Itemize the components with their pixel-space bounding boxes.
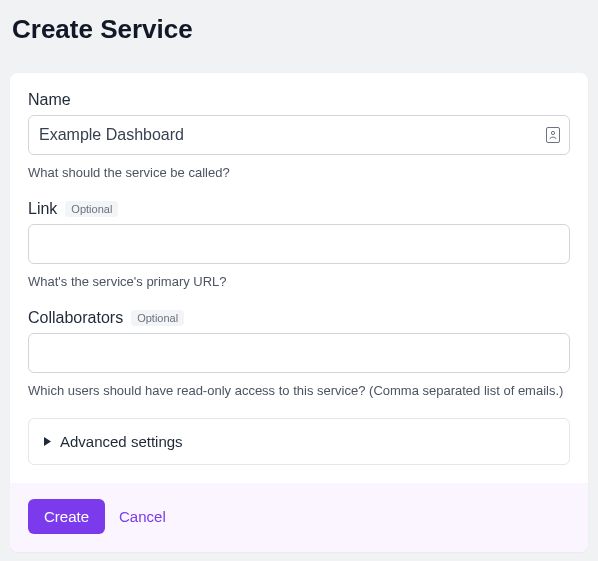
collaborators-label: Collaborators bbox=[28, 309, 123, 327]
name-input[interactable] bbox=[28, 115, 570, 155]
collaborators-help-text: Which users should have read-only access… bbox=[28, 383, 570, 398]
name-label: Name bbox=[28, 91, 71, 109]
form-group-link: Link Optional What's the service's prima… bbox=[28, 200, 570, 289]
cancel-button[interactable]: Cancel bbox=[119, 508, 166, 525]
form-group-name: Name What should the service be called? bbox=[28, 91, 570, 180]
page-title: Create Service bbox=[12, 14, 588, 45]
link-optional-badge: Optional bbox=[65, 201, 118, 217]
link-help-text: What's the service's primary URL? bbox=[28, 274, 570, 289]
link-input[interactable] bbox=[28, 224, 570, 264]
advanced-settings-label: Advanced settings bbox=[60, 433, 183, 450]
form-group-collaborators: Collaborators Optional Which users shoul… bbox=[28, 309, 570, 398]
collaborators-input[interactable] bbox=[28, 333, 570, 373]
advanced-settings-toggle[interactable]: Advanced settings bbox=[28, 418, 570, 465]
collaborators-optional-badge: Optional bbox=[131, 310, 184, 326]
triangle-right-icon bbox=[43, 437, 52, 446]
link-label: Link bbox=[28, 200, 57, 218]
name-help-text: What should the service be called? bbox=[28, 165, 570, 180]
form-footer: Create Cancel bbox=[10, 483, 588, 552]
svg-marker-1 bbox=[44, 437, 51, 446]
form-card: Name What should the service be called? … bbox=[10, 73, 588, 552]
create-button[interactable]: Create bbox=[28, 499, 105, 534]
